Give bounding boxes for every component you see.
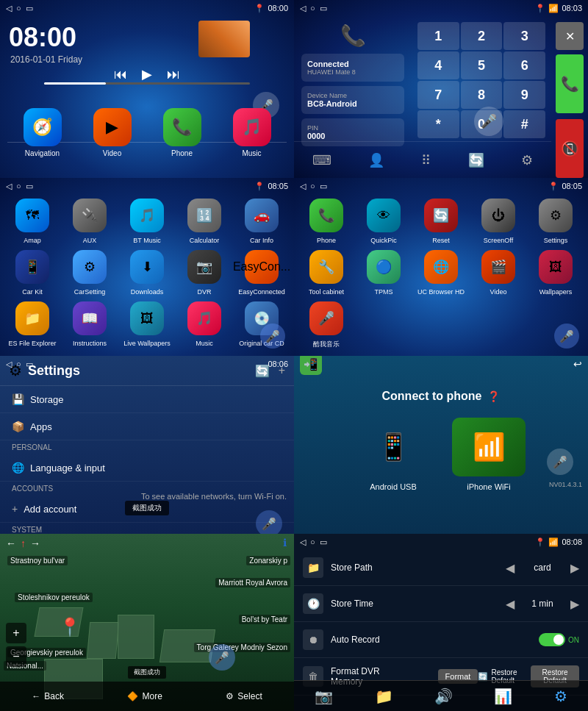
back-icon-p8[interactable]: ◁	[300, 537, 306, 547]
app-calc[interactable]: 🔢 Calculator	[176, 199, 232, 249]
app-esfile[interactable]: 📁 ES File Explorer	[4, 301, 60, 351]
app-btmusic[interactable]: 🎵 BT Music	[119, 199, 175, 249]
home-icon-p8[interactable]: ○	[310, 537, 315, 546]
key-1b[interactable]: 1	[417, 22, 459, 50]
contacts-icon[interactable]: 👤	[368, 152, 384, 168]
center-mic[interactable]: 🎤	[474, 107, 503, 136]
play-button[interactable]: ▶	[142, 66, 152, 82]
video-app-icon[interactable]: ▶ Video	[93, 108, 132, 157]
home-icon-p4[interactable]: ○	[310, 182, 315, 190]
key-6b[interactable]: 6	[503, 51, 545, 79]
refresh-icon[interactable]: 🔄	[468, 152, 484, 168]
connect-back-button[interactable]: ↩	[573, 358, 582, 370]
menu-icon-p5[interactable]: ▭	[26, 360, 33, 369]
dvr-bottom-settings-icon[interactable]: ⚙	[554, 687, 567, 705]
map-right-arrow[interactable]: →	[30, 537, 40, 549]
app-carinfo[interactable]: 🚗 Car Info	[234, 199, 290, 249]
zoom-in-button[interactable]: +	[6, 623, 26, 643]
app-kuge[interactable]: 🎤 酷我音乐	[298, 301, 354, 351]
android-usb-option[interactable]: 📱 Android USB	[356, 418, 430, 491]
app-aux[interactable]: 🔌 AUX	[62, 199, 118, 249]
app-phone2[interactable]: 📞 Phone	[298, 199, 354, 249]
app-carkit[interactable]: 📱 Car Kit	[4, 250, 60, 300]
menu-icon-p8[interactable]: ▭	[320, 537, 327, 547]
zoom-out-button[interactable]: −	[6, 646, 26, 667]
auto-record-toggle[interactable]	[539, 633, 565, 646]
call-button[interactable]: 📞	[556, 54, 584, 113]
back-icon-p4[interactable]: ◁	[300, 182, 306, 191]
settings-item-storage[interactable]: 💾 Storage	[0, 386, 294, 413]
back-icon-p1[interactable]: ◁	[6, 4, 12, 13]
map-info-btn[interactable]: ℹ	[283, 537, 287, 549]
home-icon-p1[interactable]: ○	[16, 4, 21, 12]
store-time-left-arrow[interactable]: ◀	[506, 597, 514, 611]
dialpad-icon[interactable]: ⌨	[312, 152, 331, 168]
hangup-button[interactable]: 📵	[556, 119, 584, 178]
dvr-bottom-chart-icon[interactable]: 📊	[494, 687, 512, 705]
key-4b[interactable]: 4	[417, 51, 459, 79]
map-select-button[interactable]: ⚙ Select	[226, 691, 262, 701]
settings-item-language[interactable]: 🌐 Language & input	[0, 454, 294, 482]
key-2b[interactable]: 2	[461, 22, 503, 50]
app-screenoff[interactable]: ⏻ ScreenOff	[470, 199, 526, 249]
menu-icon-p1[interactable]: ▭	[26, 4, 33, 13]
music-app-icon[interactable]: 🎵 Music	[233, 108, 271, 157]
mic-float-p3[interactable]: 🎤	[260, 324, 285, 349]
mic-float-p4[interactable]: 🎤	[554, 324, 579, 349]
settings-item-apps[interactable]: 📦 Apps	[0, 413, 294, 440]
store-path-left-arrow[interactable]: ◀	[506, 561, 514, 575]
map-back-button[interactable]: ← Back	[32, 691, 64, 701]
delete-button[interactable]: ✕	[556, 22, 584, 50]
key-8b[interactable]: 8	[461, 81, 503, 109]
key-3b[interactable]: 3	[503, 22, 545, 50]
map-left-arrow[interactable]: ←	[6, 537, 16, 549]
key-5b[interactable]: 5	[461, 51, 503, 79]
grid-icon[interactable]: ⠿	[421, 152, 431, 168]
next-button[interactable]: ⏭	[167, 67, 180, 82]
dvr-bottom-speaker-icon[interactable]: 🔊	[434, 687, 453, 705]
menu-icon-p4[interactable]: ▭	[320, 182, 327, 191]
key-starb[interactable]: *	[417, 110, 459, 138]
menu-icon-p3[interactable]: ▭	[26, 182, 33, 191]
app-tpms[interactable]: 🔵 TPMS	[356, 250, 412, 300]
store-time-right-arrow[interactable]: ▶	[570, 597, 579, 611]
dvr-bottom-folder-icon[interactable]: 📁	[375, 687, 393, 705]
key-9b[interactable]: 9	[503, 81, 545, 109]
dvr-bottom-camera-icon[interactable]: 📷	[315, 687, 333, 705]
app-carsetting[interactable]: ⚙ CarSetting	[62, 250, 118, 300]
back-icon-p5[interactable]: ◁	[6, 360, 12, 369]
app-instructions[interactable]: 📖 Instructions	[62, 301, 118, 351]
settings-icon-dialer[interactable]: ⚙	[521, 152, 533, 168]
connect-mic[interactable]: 🎤	[547, 449, 573, 475]
app-quickpic[interactable]: 👁 QuickPic	[356, 199, 412, 249]
map-up-arrow[interactable]: ↑	[21, 537, 26, 549]
menu-icon-p2[interactable]: ▭	[320, 4, 327, 13]
map-more-button[interactable]: 🔶 More	[127, 691, 162, 701]
home-icon-p2[interactable]: ○	[310, 4, 315, 12]
back-icon-p2[interactable]: ◁	[300, 4, 306, 13]
app-video2[interactable]: 🎬 Video	[470, 250, 526, 300]
app-settings2[interactable]: ⚙ Settings	[528, 199, 584, 249]
app-connected[interactable]: EasyCon... EasyConnected	[234, 250, 290, 300]
key-7b[interactable]: 7	[417, 81, 459, 109]
prev-button[interactable]: ⏮	[114, 67, 127, 82]
app-reset[interactable]: 🔄 Reset	[413, 199, 469, 249]
back-icon-p3[interactable]: ◁	[6, 182, 12, 191]
mic-float-settings[interactable]: 🎤	[256, 510, 282, 534]
media-progress-bar[interactable]	[44, 82, 250, 85]
app-toolcab[interactable]: 🔧 Tool cabinet	[298, 250, 354, 300]
app-downloads[interactable]: ⬇ Downloads	[119, 250, 175, 300]
iphone-wifi-option[interactable]: 📶 iPhone WiFi	[452, 418, 526, 491]
home-icon-p5[interactable]: ○	[16, 360, 21, 368]
home-icon-p3[interactable]: ○	[16, 182, 21, 190]
app-livewp[interactable]: 🖼 Live Wallpapers	[119, 301, 175, 351]
app-amap[interactable]: 🗺 Amap	[4, 199, 60, 249]
nav-app-icon[interactable]: 🧭 Navigation	[24, 108, 62, 157]
phone-app-icon[interactable]: 📞 Phone	[163, 108, 201, 157]
connect-help-icon[interactable]: ❓	[487, 390, 500, 402]
map-mic[interactable]: 🎤	[209, 644, 235, 671]
store-path-right-arrow[interactable]: ▶	[570, 561, 579, 575]
key-hash[interactable]: #	[503, 110, 545, 138]
app-music2[interactable]: 🎵 Music	[176, 301, 232, 351]
app-dvr[interactable]: 📷 DVR	[176, 250, 232, 300]
